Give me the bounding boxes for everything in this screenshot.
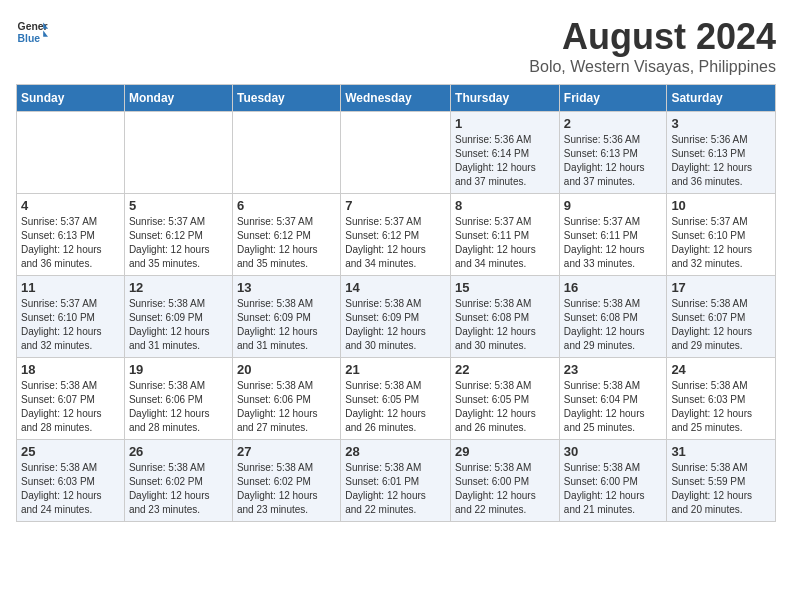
calendar-cell: 18Sunrise: 5:38 AM Sunset: 6:07 PM Dayli… bbox=[17, 358, 125, 440]
calendar-cell: 1Sunrise: 5:36 AM Sunset: 6:14 PM Daylig… bbox=[451, 112, 560, 194]
calendar-cell: 3Sunrise: 5:36 AM Sunset: 6:13 PM Daylig… bbox=[667, 112, 776, 194]
day-info: Sunrise: 5:36 AM Sunset: 6:14 PM Dayligh… bbox=[455, 133, 555, 189]
day-info: Sunrise: 5:38 AM Sunset: 6:01 PM Dayligh… bbox=[345, 461, 446, 517]
header-friday: Friday bbox=[559, 85, 667, 112]
calendar-week-4: 18Sunrise: 5:38 AM Sunset: 6:07 PM Dayli… bbox=[17, 358, 776, 440]
day-number: 19 bbox=[129, 362, 228, 377]
calendar-cell: 7Sunrise: 5:37 AM Sunset: 6:12 PM Daylig… bbox=[341, 194, 451, 276]
calendar-cell: 20Sunrise: 5:38 AM Sunset: 6:06 PM Dayli… bbox=[232, 358, 340, 440]
day-number: 27 bbox=[237, 444, 336, 459]
calendar-cell: 9Sunrise: 5:37 AM Sunset: 6:11 PM Daylig… bbox=[559, 194, 667, 276]
day-info: Sunrise: 5:37 AM Sunset: 6:11 PM Dayligh… bbox=[455, 215, 555, 271]
calendar-cell: 28Sunrise: 5:38 AM Sunset: 6:01 PM Dayli… bbox=[341, 440, 451, 522]
day-info: Sunrise: 5:37 AM Sunset: 6:12 PM Dayligh… bbox=[237, 215, 336, 271]
header-wednesday: Wednesday bbox=[341, 85, 451, 112]
calendar-cell bbox=[341, 112, 451, 194]
day-number: 1 bbox=[455, 116, 555, 131]
calendar-cell: 30Sunrise: 5:38 AM Sunset: 6:00 PM Dayli… bbox=[559, 440, 667, 522]
calendar-cell: 22Sunrise: 5:38 AM Sunset: 6:05 PM Dayli… bbox=[451, 358, 560, 440]
header-thursday: Thursday bbox=[451, 85, 560, 112]
day-number: 10 bbox=[671, 198, 771, 213]
header-saturday: Saturday bbox=[667, 85, 776, 112]
calendar-week-5: 25Sunrise: 5:38 AM Sunset: 6:03 PM Dayli… bbox=[17, 440, 776, 522]
day-number: 13 bbox=[237, 280, 336, 295]
day-number: 28 bbox=[345, 444, 446, 459]
calendar-cell: 27Sunrise: 5:38 AM Sunset: 6:02 PM Dayli… bbox=[232, 440, 340, 522]
day-number: 12 bbox=[129, 280, 228, 295]
day-number: 9 bbox=[564, 198, 663, 213]
calendar-cell: 8Sunrise: 5:37 AM Sunset: 6:11 PM Daylig… bbox=[451, 194, 560, 276]
subtitle: Bolo, Western Visayas, Philippines bbox=[529, 58, 776, 76]
calendar-cell: 16Sunrise: 5:38 AM Sunset: 6:08 PM Dayli… bbox=[559, 276, 667, 358]
day-info: Sunrise: 5:38 AM Sunset: 6:08 PM Dayligh… bbox=[564, 297, 663, 353]
day-number: 17 bbox=[671, 280, 771, 295]
day-info: Sunrise: 5:38 AM Sunset: 6:00 PM Dayligh… bbox=[455, 461, 555, 517]
day-info: Sunrise: 5:38 AM Sunset: 6:09 PM Dayligh… bbox=[129, 297, 228, 353]
calendar-cell: 24Sunrise: 5:38 AM Sunset: 6:03 PM Dayli… bbox=[667, 358, 776, 440]
calendar-cell: 10Sunrise: 5:37 AM Sunset: 6:10 PM Dayli… bbox=[667, 194, 776, 276]
calendar-cell: 21Sunrise: 5:38 AM Sunset: 6:05 PM Dayli… bbox=[341, 358, 451, 440]
day-info: Sunrise: 5:38 AM Sunset: 6:07 PM Dayligh… bbox=[671, 297, 771, 353]
day-info: Sunrise: 5:38 AM Sunset: 6:05 PM Dayligh… bbox=[345, 379, 446, 435]
calendar-cell: 31Sunrise: 5:38 AM Sunset: 5:59 PM Dayli… bbox=[667, 440, 776, 522]
day-number: 11 bbox=[21, 280, 120, 295]
logo: General Blue bbox=[16, 16, 48, 48]
main-title: August 2024 bbox=[529, 16, 776, 58]
day-info: Sunrise: 5:38 AM Sunset: 6:09 PM Dayligh… bbox=[345, 297, 446, 353]
day-info: Sunrise: 5:38 AM Sunset: 5:59 PM Dayligh… bbox=[671, 461, 771, 517]
calendar-cell: 5Sunrise: 5:37 AM Sunset: 6:12 PM Daylig… bbox=[124, 194, 232, 276]
calendar-cell: 15Sunrise: 5:38 AM Sunset: 6:08 PM Dayli… bbox=[451, 276, 560, 358]
day-number: 2 bbox=[564, 116, 663, 131]
day-number: 7 bbox=[345, 198, 446, 213]
calendar-cell: 12Sunrise: 5:38 AM Sunset: 6:09 PM Dayli… bbox=[124, 276, 232, 358]
day-number: 20 bbox=[237, 362, 336, 377]
calendar-cell bbox=[232, 112, 340, 194]
day-info: Sunrise: 5:38 AM Sunset: 6:02 PM Dayligh… bbox=[237, 461, 336, 517]
calendar-cell: 14Sunrise: 5:38 AM Sunset: 6:09 PM Dayli… bbox=[341, 276, 451, 358]
calendar-week-3: 11Sunrise: 5:37 AM Sunset: 6:10 PM Dayli… bbox=[17, 276, 776, 358]
calendar-cell: 2Sunrise: 5:36 AM Sunset: 6:13 PM Daylig… bbox=[559, 112, 667, 194]
day-info: Sunrise: 5:38 AM Sunset: 6:05 PM Dayligh… bbox=[455, 379, 555, 435]
title-block: August 2024 Bolo, Western Visayas, Phili… bbox=[529, 16, 776, 76]
calendar-cell: 25Sunrise: 5:38 AM Sunset: 6:03 PM Dayli… bbox=[17, 440, 125, 522]
day-number: 25 bbox=[21, 444, 120, 459]
header-sunday: Sunday bbox=[17, 85, 125, 112]
day-number: 3 bbox=[671, 116, 771, 131]
day-info: Sunrise: 5:37 AM Sunset: 6:10 PM Dayligh… bbox=[21, 297, 120, 353]
day-number: 6 bbox=[237, 198, 336, 213]
day-info: Sunrise: 5:38 AM Sunset: 6:00 PM Dayligh… bbox=[564, 461, 663, 517]
day-info: Sunrise: 5:38 AM Sunset: 6:03 PM Dayligh… bbox=[671, 379, 771, 435]
calendar-cell: 19Sunrise: 5:38 AM Sunset: 6:06 PM Dayli… bbox=[124, 358, 232, 440]
day-info: Sunrise: 5:38 AM Sunset: 6:06 PM Dayligh… bbox=[237, 379, 336, 435]
calendar-cell: 13Sunrise: 5:38 AM Sunset: 6:09 PM Dayli… bbox=[232, 276, 340, 358]
svg-text:Blue: Blue bbox=[18, 33, 41, 44]
calendar-body: 1Sunrise: 5:36 AM Sunset: 6:14 PM Daylig… bbox=[17, 112, 776, 522]
calendar-week-1: 1Sunrise: 5:36 AM Sunset: 6:14 PM Daylig… bbox=[17, 112, 776, 194]
day-info: Sunrise: 5:37 AM Sunset: 6:10 PM Dayligh… bbox=[671, 215, 771, 271]
calendar-cell: 11Sunrise: 5:37 AM Sunset: 6:10 PM Dayli… bbox=[17, 276, 125, 358]
day-number: 29 bbox=[455, 444, 555, 459]
calendar-table: SundayMondayTuesdayWednesdayThursdayFrid… bbox=[16, 84, 776, 522]
day-info: Sunrise: 5:38 AM Sunset: 6:03 PM Dayligh… bbox=[21, 461, 120, 517]
day-number: 30 bbox=[564, 444, 663, 459]
day-info: Sunrise: 5:36 AM Sunset: 6:13 PM Dayligh… bbox=[564, 133, 663, 189]
day-number: 18 bbox=[21, 362, 120, 377]
calendar-cell bbox=[124, 112, 232, 194]
page-header: General Blue August 2024 Bolo, Western V… bbox=[16, 16, 776, 76]
calendar-cell: 26Sunrise: 5:38 AM Sunset: 6:02 PM Dayli… bbox=[124, 440, 232, 522]
header-tuesday: Tuesday bbox=[232, 85, 340, 112]
calendar-cell: 6Sunrise: 5:37 AM Sunset: 6:12 PM Daylig… bbox=[232, 194, 340, 276]
day-info: Sunrise: 5:38 AM Sunset: 6:08 PM Dayligh… bbox=[455, 297, 555, 353]
day-number: 16 bbox=[564, 280, 663, 295]
calendar-cell: 29Sunrise: 5:38 AM Sunset: 6:00 PM Dayli… bbox=[451, 440, 560, 522]
calendar-cell: 23Sunrise: 5:38 AM Sunset: 6:04 PM Dayli… bbox=[559, 358, 667, 440]
calendar-header-row: SundayMondayTuesdayWednesdayThursdayFrid… bbox=[17, 85, 776, 112]
day-info: Sunrise: 5:38 AM Sunset: 6:04 PM Dayligh… bbox=[564, 379, 663, 435]
calendar-cell bbox=[17, 112, 125, 194]
day-number: 21 bbox=[345, 362, 446, 377]
day-info: Sunrise: 5:37 AM Sunset: 6:12 PM Dayligh… bbox=[129, 215, 228, 271]
day-number: 23 bbox=[564, 362, 663, 377]
day-number: 22 bbox=[455, 362, 555, 377]
calendar-week-2: 4Sunrise: 5:37 AM Sunset: 6:13 PM Daylig… bbox=[17, 194, 776, 276]
day-number: 4 bbox=[21, 198, 120, 213]
